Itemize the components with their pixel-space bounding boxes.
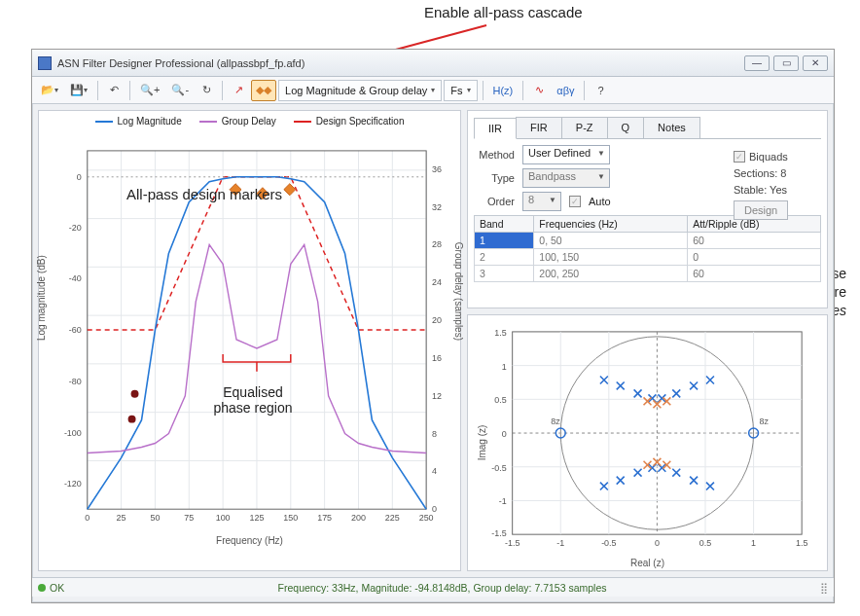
svg-text:25: 25 — [117, 513, 126, 523]
svg-text:100: 100 — [216, 513, 231, 523]
svg-text:16: 16 — [432, 353, 442, 363]
allpass-cascade-button[interactable]: ◆◆ — [251, 80, 276, 101]
cell: 200, 250 — [534, 266, 688, 282]
svg-point-53 — [131, 390, 139, 398]
anno-equalised-region: Equalised phase region — [204, 384, 302, 416]
type-label: Type — [474, 172, 515, 184]
band-table[interactable]: BandFrequencies (Hz)Att/Ripple (dB) 10, … — [474, 215, 821, 282]
app-icon — [38, 56, 52, 70]
svg-text:4: 4 — [432, 466, 437, 476]
cell: 60 — [688, 266, 821, 282]
tab-iir[interactable]: IIR — [474, 118, 517, 139]
cell: 100, 150 — [534, 249, 688, 266]
design-button[interactable]: Design — [734, 200, 788, 220]
svg-text:0: 0 — [655, 538, 660, 548]
svg-text:150: 150 — [283, 513, 298, 523]
tab-pz[interactable]: P-Z — [561, 117, 608, 138]
anno-enable-cascade: Enable all-pass cascade — [424, 4, 583, 20]
svg-text:0: 0 — [502, 429, 507, 439]
tab-notes[interactable]: Notes — [643, 117, 700, 138]
alphabetagamma-tab[interactable]: αβγ — [552, 80, 579, 101]
zoom-in-button[interactable]: 🔍+ — [135, 80, 164, 101]
status-ok: OK — [50, 582, 64, 594]
svg-text:-0.5: -0.5 — [601, 538, 616, 548]
response-chart-panel: Log Magnitude Group Delay Design Specifi… — [38, 110, 461, 571]
status-bar: OK Frequency: 33Hz, Magnitude: -94.8148d… — [32, 577, 834, 597]
save-button[interactable]: 💾▾ — [65, 80, 92, 101]
svg-text:-100: -100 — [64, 428, 82, 438]
pz-chart[interactable]: -1.5-1-0.500.511.5 1.510.50-0.5-1-1.5 8z… — [474, 321, 821, 564]
th-band: Band — [475, 216, 534, 233]
svg-text:225: 225 — [385, 513, 400, 523]
svg-text:8z: 8z — [551, 417, 560, 426]
svg-text:-20: -20 — [69, 223, 82, 233]
svg-text:1.5: 1.5 — [494, 328, 506, 338]
table-row[interactable]: 10, 5060 — [475, 233, 821, 249]
svg-text:0.5: 0.5 — [699, 538, 711, 548]
svg-text:1: 1 — [751, 538, 756, 548]
svg-text:-1.5: -1.5 — [505, 538, 520, 548]
open-button[interactable]: 📂▾ — [36, 80, 63, 101]
svg-text:0: 0 — [77, 172, 82, 182]
chart-legend: Log Magnitude Group Delay Design Specifi… — [39, 111, 460, 131]
hz-tab[interactable]: H(z) — [488, 80, 519, 101]
fs-select[interactable]: Fs▾ — [444, 80, 477, 101]
svg-text:28: 28 — [432, 239, 442, 249]
view-mode-select[interactable]: Log Magnitude & Group delay▾ — [278, 80, 442, 101]
legend-spec: Design Specification — [294, 116, 405, 127]
svg-text:1.5: 1.5 — [796, 538, 807, 548]
svg-text:24: 24 — [432, 277, 442, 287]
ylabel-right: Group delay (samples) — [453, 242, 464, 341]
svg-text:-0.5: -0.5 — [491, 463, 506, 473]
anno-design-markers: All-pass design markers — [126, 186, 282, 202]
toolbar: 📂▾ 💾▾ ↶ 🔍+ 🔍- ↻ ↗ ◆◆ Log Magnitude & Gro… — [32, 77, 834, 104]
view-mode-label: Log Magnitude & Group delay — [285, 85, 427, 96]
xlabel: Frequency (Hz) — [216, 535, 283, 546]
status-readout: Frequency: 33Hz, Magnitude: -94.8148dB, … — [278, 582, 607, 594]
reset-zoom-button[interactable]: ↻ — [196, 80, 217, 101]
pz-xlabel: Real (z) — [630, 558, 664, 568]
svg-text:250: 250 — [419, 513, 434, 523]
close-button[interactable]: ✕ — [803, 55, 828, 71]
response-chart[interactable]: 0-20-40-60-80-100-120 04812162024283236 … — [39, 131, 460, 550]
svg-text:50: 50 — [150, 513, 160, 523]
svg-text:75: 75 — [184, 513, 194, 523]
response-icon[interactable]: ∿ — [528, 80, 550, 101]
minimize-button[interactable]: — — [744, 55, 770, 71]
svg-text:-1: -1 — [499, 497, 507, 507]
svg-text:200: 200 — [351, 513, 366, 523]
main-area: Log Magnitude Group Delay Design Specifi… — [32, 104, 834, 577]
type-select: Bandpass — [522, 168, 610, 188]
svg-text:-120: -120 — [64, 479, 82, 489]
zoom-out-button[interactable]: 🔍- — [166, 80, 194, 101]
maximize-button[interactable]: ▭ — [773, 55, 799, 71]
svg-text:-60: -60 — [69, 325, 82, 335]
design-tabs: IIR FIR P-Z Q Notes — [474, 117, 821, 139]
legend-mag-label: Log Magnitude — [118, 116, 182, 127]
help-button[interactable]: ? — [590, 80, 611, 101]
auto-label: Auto — [589, 196, 611, 207]
table-row[interactable]: 2100, 1500 — [475, 249, 821, 266]
resize-grip-icon[interactable]: ⣿ — [820, 582, 828, 594]
legend-mag: Log Magnitude — [95, 116, 182, 127]
cell: 60 — [688, 233, 821, 249]
stable-info: Stable: Yes — [734, 184, 817, 196]
method-select[interactable]: User Defined — [522, 145, 610, 164]
table-row[interactable]: 3200, 25060 — [475, 266, 821, 282]
order-input: 8 — [522, 192, 561, 211]
legend-gd-label: Group Delay — [222, 116, 276, 127]
legend-gd: Group Delay — [199, 116, 276, 127]
svg-text:-1: -1 — [556, 538, 564, 548]
svg-text:12: 12 — [432, 391, 442, 401]
window-title: ASN Filter Designer Professional (allpas… — [57, 57, 305, 69]
markers-button[interactable]: ↗ — [228, 80, 249, 101]
tab-fir[interactable]: FIR — [516, 117, 562, 138]
undo-button[interactable]: ↶ — [103, 80, 125, 101]
order-label: Order — [474, 196, 515, 207]
cell: 0 — [688, 249, 821, 266]
svg-text:8z: 8z — [760, 417, 770, 426]
tab-q[interactable]: Q — [607, 117, 645, 138]
right-pane: IIR FIR P-Z Q Notes Method User Defined … — [467, 110, 828, 571]
pz-ylabel: Imag (z) — [477, 425, 487, 461]
fs-label: Fs — [450, 85, 462, 96]
